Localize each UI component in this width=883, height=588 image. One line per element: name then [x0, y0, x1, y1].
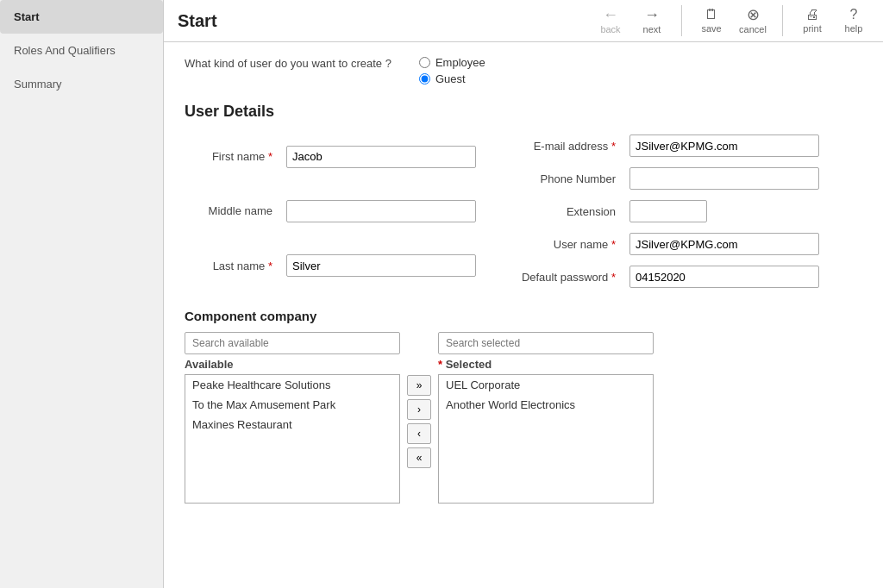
middle-name-label: Middle name [185, 204, 279, 217]
separator-2 [782, 5, 783, 36]
print-icon: 🖨 [805, 8, 819, 22]
employee-option[interactable]: Employee [419, 56, 485, 69]
email-input[interactable] [629, 134, 819, 157]
email-label: E-mail address [510, 140, 623, 153]
extension-label: Extension [510, 205, 623, 218]
remove-all-button[interactable]: « [407, 447, 431, 468]
sidebar-item-roles[interactable]: Roles And Qualifiers [0, 34, 163, 67]
employee-radio[interactable] [419, 57, 430, 68]
user-details-heading: User Details [185, 103, 862, 121]
next-button[interactable]: → next [636, 7, 667, 34]
add-one-button[interactable]: › [407, 399, 431, 420]
first-name-input[interactable] [286, 146, 476, 168]
cancel-icon: ⊗ [747, 7, 760, 22]
selected-panel: * Selected UEL Corporate Another World E… [438, 332, 654, 504]
user-type-options: Employee Guest [419, 56, 485, 85]
sidebar-item-start[interactable]: Start [0, 0, 163, 34]
last-name-label: Last name [185, 260, 279, 272]
first-name-label: First name [185, 150, 279, 163]
list-item[interactable]: Maxines Restaurant [185, 415, 399, 435]
back-button[interactable]: ← back [595, 7, 626, 34]
page-title: Start [178, 11, 592, 31]
middle-name-input[interactable] [286, 200, 476, 222]
toolbar: Start ← back → next 🗒 save ⊗ cancel 🖨 [164, 0, 883, 42]
user-type-question: What kind of user do you want to create … [185, 56, 391, 72]
help-icon: ? [850, 8, 858, 22]
list-item[interactable]: To the Max Amusement Park [185, 395, 399, 415]
back-icon: ← [603, 7, 618, 22]
add-all-button[interactable]: » [407, 375, 431, 396]
separator-1 [681, 5, 682, 36]
available-label: Available [185, 358, 400, 371]
save-button[interactable]: 🗒 save [696, 8, 727, 34]
content-area: What kind of user do you want to create … [164, 42, 883, 588]
toolbar-actions: ← back → next 🗒 save ⊗ cancel 🖨 print [595, 5, 869, 36]
selected-list[interactable]: UEL Corporate Another World Electronics [438, 374, 654, 504]
remove-one-button[interactable]: ‹ [407, 423, 431, 444]
list-item[interactable]: Another World Electronics [439, 395, 653, 415]
save-icon: 🗒 [705, 8, 718, 22]
component-company-heading: Component company [185, 309, 862, 323]
search-selected-input[interactable] [438, 332, 654, 354]
phone-input[interactable] [629, 167, 819, 190]
available-panel: Available Peake Healthcare Solutions To … [185, 332, 400, 504]
sidebar-item-summary[interactable]: Summary [0, 67, 163, 101]
list-item[interactable]: Peake Healthcare Solutions [185, 375, 399, 395]
help-button[interactable]: ? help [838, 8, 869, 34]
username-input[interactable] [629, 233, 819, 255]
extension-input[interactable] [629, 200, 707, 222]
available-list[interactable]: Peake Healthcare Solutions To the Max Am… [185, 374, 400, 504]
guest-option[interactable]: Guest [419, 72, 485, 85]
username-label: User name [510, 238, 623, 251]
search-available-input[interactable] [185, 332, 400, 354]
transfer-container: Available Peake Healthcare Solutions To … [185, 332, 862, 504]
sidebar: Start Roles And Qualifiers Summary [0, 0, 164, 588]
phone-label: Phone Number [510, 172, 623, 185]
print-button[interactable]: 🖨 print [797, 8, 828, 34]
guest-radio[interactable] [419, 73, 430, 84]
cancel-button[interactable]: ⊗ cancel [737, 7, 768, 34]
transfer-buttons: » › ‹ « [407, 332, 431, 468]
user-type-section: What kind of user do you want to create … [185, 56, 862, 85]
list-item[interactable]: UEL Corporate [439, 375, 653, 395]
selected-label: * Selected [438, 358, 654, 371]
main-panel: Start ← back → next 🗒 save ⊗ cancel 🖨 [164, 0, 883, 588]
password-input[interactable] [629, 266, 819, 288]
last-name-input[interactable] [286, 254, 476, 277]
password-label: Default password [510, 271, 623, 284]
next-icon: → [644, 7, 660, 22]
